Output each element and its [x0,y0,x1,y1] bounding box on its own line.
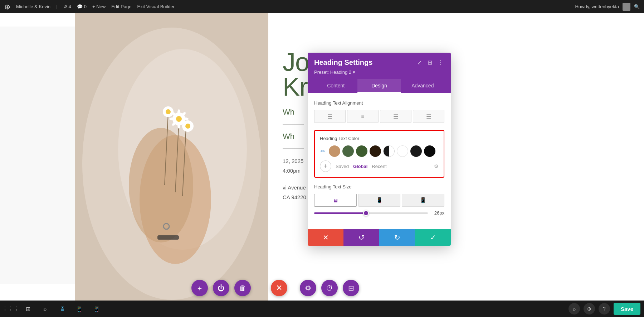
add-color-button[interactable]: + [320,160,331,172]
toolbar-search-button[interactable]: ⌕ [40,304,50,314]
tab-design[interactable]: Design [357,79,401,93]
confirm-button[interactable]: ✓ [415,229,451,246]
slider-row: 26px [314,210,444,216]
color-section-label: Heading Text Color [320,136,439,141]
color-swatches [329,145,435,157]
swatch-tan[interactable] [329,145,340,157]
close-fab[interactable]: ✕ [271,280,287,296]
swatch-dark-brown[interactable] [370,145,381,157]
new-button[interactable]: + New [92,4,106,9]
save-button[interactable]: Save [614,303,640,315]
edit-page-button[interactable]: Edit Page [111,4,131,9]
menu-icon-button[interactable]: ⋮ [437,58,444,67]
swatch-dark-green[interactable] [342,145,354,157]
swatch-half-black-white[interactable] [383,145,395,157]
left-sidebar [0,27,75,284]
toolbar-tablet-button[interactable]: 📱 [74,304,84,314]
color-tabs-row: + Saved Global Recent ⚙ [320,160,439,172]
revisions-count: 4 [69,4,71,9]
swatch-white[interactable] [397,145,408,157]
undo-button[interactable]: ↺ [343,229,379,246]
panel-preset[interactable]: Preset: Heading 2 ▾ [314,69,444,75]
address-line2: CA 94220 [283,194,306,200]
eyedropper-button[interactable]: ✏ [320,147,326,155]
comments-btn[interactable]: 💬 0 [77,4,87,9]
fab-group-left: ＋ ⏻ 🗑 [191,280,251,296]
slider-thumb[interactable] [363,210,369,216]
history-fab[interactable]: ⏱ [321,280,338,296]
panel-footer: ✕ ↺ ↻ ✓ [308,229,451,246]
comment-icon: 💬 [77,4,83,9]
color-tab-saved[interactable]: Saved [336,164,349,169]
align-justify-button[interactable]: ☰ [413,110,444,123]
svg-point-13 [185,124,190,129]
svg-point-14 [177,109,180,116]
align-left-button[interactable]: ☰ [314,110,346,123]
align-center-button[interactable]: ≡ [347,110,379,123]
time-text: 4:00pm [283,168,301,174]
columns-icon-button[interactable]: ⊞ [427,58,433,67]
toolbar-mobile-button[interactable]: 📱 [92,304,102,314]
alignment-buttons: ☰ ≡ ☰ ☰ [314,110,444,123]
bottom-right-controls: ⌕ ⊕ ? Save [569,301,644,317]
toolbar-desktop-button[interactable]: 🖥 [57,304,67,314]
avatar[interactable] [623,3,630,11]
swatch-black-2[interactable] [424,145,435,157]
panel-title: Heading Settings [314,58,372,67]
search-bottom-button[interactable]: ⌕ [569,303,580,314]
layers-button[interactable]: ⊕ [584,303,595,314]
heading-text-color-section: Heading Text Color ✏ + [314,130,444,178]
svg-point-9 [176,116,182,122]
exit-builder-button[interactable]: Exit Visual Builder [137,4,175,9]
tab-advanced[interactable]: Advanced [401,79,444,93]
comments-count: 0 [84,4,87,9]
add-element-fab[interactable]: ＋ [191,280,208,296]
settings-fab[interactable]: ⚙ [300,280,316,296]
cancel-button[interactable]: ✕ [308,229,343,246]
power-fab[interactable]: ⏻ [213,280,229,296]
fab-group-right: ⚙ ⏱ ⊟ [300,280,359,296]
redo-button[interactable]: ↻ [379,229,415,246]
slider-fill [314,212,365,214]
revisions-icon: ↺ [63,4,67,9]
align-right-button[interactable]: ☰ [380,110,411,123]
address-line1: vi Avenue [283,184,306,191]
svg-point-11 [166,109,171,114]
toolbar-grid-button[interactable]: ⊞ [23,304,33,314]
size-slider-track[interactable] [314,212,428,214]
size-section-label: Heading Text Size [314,184,444,189]
device-buttons: 🖥 📱 📱 [314,194,444,207]
device-desktop-button[interactable]: 🖥 [314,194,357,207]
layout-fab[interactable]: ⊟ [343,280,359,296]
bottom-toolbar: ⋮⋮⋮ ⊞ ⌕ 🖥 📱 📱 ＋ ⏻ 🗑 ✕ ⚙ ⏱ ⊟ ⌕ ⊕ ? Save [0,301,644,317]
site-name[interactable]: Michelle & Kevin [16,4,50,9]
panel-header: Heading Settings ⤢ ⊞ ⋮ Preset: Heading 2… [308,53,451,93]
divider-line-2 [283,148,304,149]
fab-group-center: ✕ [271,280,287,296]
device-tablet-button[interactable]: 📱 [358,194,401,207]
delete-fab[interactable]: 🗑 [234,280,251,296]
search-icon[interactable]: 🔍 [634,4,640,9]
color-tab-global[interactable]: Global [353,164,367,169]
svg-point-15 [177,122,180,129]
swatch-forest-green[interactable] [356,145,367,157]
expand-icon-button[interactable]: ⤢ [416,58,423,67]
svg-rect-23 [157,235,179,240]
admin-right-side: Howdy, writtenbyekta 🔍 [575,3,640,11]
swatch-black-1[interactable] [410,145,422,157]
flowers-svg [75,13,268,301]
color-settings-gear-icon[interactable]: ⚙ [434,163,439,169]
panel-body: Heading Text Alignment ☰ ≡ ☰ ☰ Heading T… [308,93,451,229]
toolbar-menu-button[interactable]: ⋮⋮⋮ [6,304,16,314]
svg-point-16 [169,117,176,120]
tab-content[interactable]: Content [314,79,357,93]
revisions-btn[interactable]: ↺ 4 [63,4,71,9]
svg-point-17 [182,117,189,120]
help-button[interactable]: ? [599,303,610,314]
date-text: 12, 2025 [283,158,303,164]
alignment-section-label: Heading Text Alignment [314,100,444,106]
device-mobile-button[interactable]: 📱 [402,194,444,207]
svg-point-4 [129,128,193,242]
color-tab-recent[interactable]: Recent [372,164,386,169]
main-content: Jo Kr Wh Wh 12, 2025 4:00pm vi Avenue CA… [0,13,644,301]
